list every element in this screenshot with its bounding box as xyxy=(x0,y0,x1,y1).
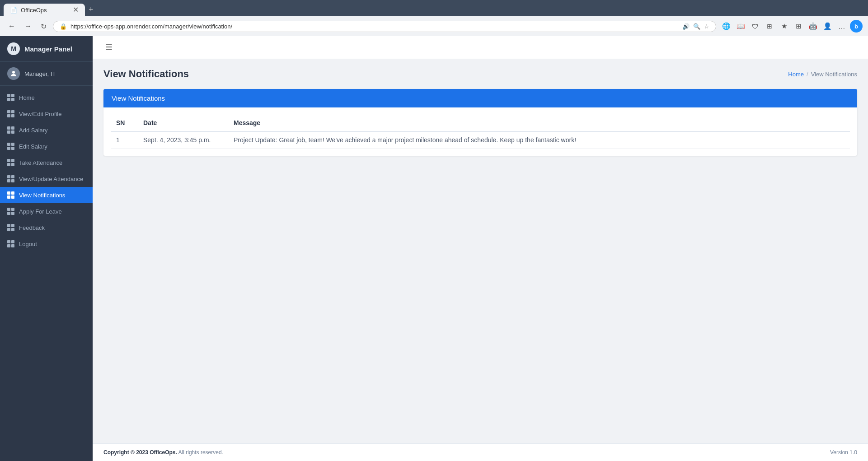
main-content: ☰ View Notifications Home / View Notific… xyxy=(93,36,868,461)
nav-item-label: View Notifications xyxy=(19,192,65,199)
table-row: 1 Sept. 4, 2023, 3:45 p.m. Project Updat… xyxy=(111,131,850,149)
nav-item-label: Apply For Leave xyxy=(19,208,62,215)
lock-icon: 🔒 xyxy=(60,23,67,30)
svg-point-0 xyxy=(12,71,15,74)
nav-item-label: Home xyxy=(19,94,35,101)
grid-icon xyxy=(7,110,14,117)
table-body: 1 Sept. 4, 2023, 3:45 p.m. Project Updat… xyxy=(111,131,850,149)
forward-button[interactable]: → xyxy=(22,20,34,32)
browser-chrome: 📄 OfficeOps ✕ + ← → ↻ 🔒 https://office-o… xyxy=(0,0,868,36)
sidebar-item-view-edit-profile[interactable]: View/Edit Profile xyxy=(0,106,93,122)
notifications-card: View Notifications SN Date Message 1 Sep… xyxy=(103,89,857,156)
col-header-message: Message xyxy=(228,115,850,131)
footer-copyright: Copyright © 2023 OfficeOps. All rights r… xyxy=(103,449,223,456)
edge-icon[interactable]: b xyxy=(850,20,863,33)
shield-icon[interactable]: 🛡 xyxy=(749,20,761,33)
footer-brand: Copyright © 2023 OfficeOps. xyxy=(103,449,177,456)
content-area: View Notifications Home / View Notificat… xyxy=(93,59,868,443)
grid-icon xyxy=(7,126,14,134)
table-wrapper: SN Date Message 1 Sept. 4, 2023, 3:45 p.… xyxy=(103,107,857,156)
active-tab[interactable]: 📄 OfficeOps ✕ xyxy=(4,4,85,16)
grid-icon xyxy=(7,94,14,101)
nav-item-label: View/Update Attendance xyxy=(19,176,83,182)
grid-icon xyxy=(7,224,14,231)
cell-message: Project Update: Great job, team! We've a… xyxy=(228,131,850,149)
favorites-icon[interactable]: ★ xyxy=(778,20,790,33)
sidebar-item-edit-salary[interactable]: Edit Salary xyxy=(0,138,93,154)
favorite-icon[interactable]: ☆ xyxy=(704,23,709,30)
cell-date: Sept. 4, 2023, 3:45 p.m. xyxy=(138,131,228,149)
split-screen-icon[interactable]: ⊞ xyxy=(763,20,776,33)
sidebar-item-add-salary[interactable]: Add Salary xyxy=(0,122,93,138)
address-bar[interactable]: 🔒 https://office-ops-app.onrender.com/ma… xyxy=(53,21,716,32)
sidebar: M Manager Panel Manager, IT Home View/Ed… xyxy=(0,36,93,461)
sidebar-logo: M xyxy=(7,42,20,55)
grid-icon xyxy=(7,240,14,247)
table-head: SN Date Message xyxy=(111,115,850,131)
col-header-sn: SN xyxy=(111,115,138,131)
tab-page-icon: 📄 xyxy=(10,7,17,14)
globe-icon[interactable]: 🌐 xyxy=(720,20,732,33)
sidebar-header: M Manager Panel xyxy=(0,36,93,62)
grid-icon xyxy=(7,143,14,150)
search-icon[interactable]: 🔍 xyxy=(693,23,700,30)
sidebar-item-take-attendance[interactable]: Take Attendance xyxy=(0,154,93,171)
cell-sn: 1 xyxy=(111,131,138,149)
card-header: View Notifications xyxy=(103,89,857,107)
footer-version: Version 1.0 xyxy=(830,449,857,456)
nav-item-label: View/Edit Profile xyxy=(19,111,61,117)
sidebar-item-view-update-attendance[interactable]: View/Update Attendance xyxy=(0,171,93,187)
footer: Copyright © 2023 OfficeOps. All rights r… xyxy=(93,443,868,461)
sidebar-nav: Home View/Edit Profile Add Salary Edit S… xyxy=(0,86,93,461)
col-header-date: Date xyxy=(138,115,228,131)
grid-icon xyxy=(7,208,14,215)
hamburger-button[interactable]: ☰ xyxy=(102,41,116,54)
sidebar-item-feedback[interactable]: Feedback xyxy=(0,219,93,236)
table-header-row: SN Date Message xyxy=(111,115,850,131)
browser-toolbar: ← → ↻ 🔒 https://office-ops-app.onrender.… xyxy=(0,16,868,36)
tab-close-button[interactable]: ✕ xyxy=(73,6,79,14)
tab-title: OfficeOps xyxy=(21,7,47,14)
page-title: View Notifications xyxy=(103,68,189,80)
breadcrumb-separator: / xyxy=(807,71,808,78)
nav-item-label: Logout xyxy=(19,241,37,247)
sidebar-item-apply-for-leave[interactable]: Apply For Leave xyxy=(0,203,93,219)
more-icon[interactable]: … xyxy=(835,20,848,33)
sidebar-title: Manager Panel xyxy=(24,45,72,53)
grid-icon xyxy=(7,159,14,166)
nav-item-label: Take Attendance xyxy=(19,159,62,166)
sidebar-user: Manager, IT xyxy=(0,62,93,86)
breadcrumb-current: View Notifications xyxy=(811,71,857,78)
reload-button[interactable]: ↻ xyxy=(38,20,49,33)
breadcrumb-home-link[interactable]: Home xyxy=(788,71,804,78)
grid-icon xyxy=(7,191,14,199)
collections-icon[interactable]: ⊞ xyxy=(792,20,805,33)
read-aloud-icon[interactable]: 🔊 xyxy=(682,23,690,30)
grid-icon xyxy=(7,175,14,182)
reading-view-icon[interactable]: 📖 xyxy=(734,20,747,33)
toolbar-icons: 🌐 📖 🛡 ⊞ ★ ⊞ 🤖 👤 … b xyxy=(720,20,863,33)
sidebar-user-name: Manager, IT xyxy=(24,70,56,77)
back-button[interactable]: ← xyxy=(5,20,18,32)
sidebar-item-home[interactable]: Home xyxy=(0,89,93,106)
nav-item-label: Add Salary xyxy=(19,127,48,134)
avatar xyxy=(7,67,20,80)
top-bar: ☰ xyxy=(93,36,868,59)
profile-icon[interactable]: 👤 xyxy=(821,20,834,33)
app-container: M Manager Panel Manager, IT Home View/Ed… xyxy=(0,36,868,461)
new-tab-button[interactable]: + xyxy=(85,3,97,16)
sidebar-item-view-notifications[interactable]: View Notifications xyxy=(0,187,93,203)
nav-item-label: Feedback xyxy=(19,224,45,231)
notifications-table: SN Date Message 1 Sept. 4, 2023, 3:45 p.… xyxy=(111,115,850,149)
breadcrumb: Home / View Notifications xyxy=(788,71,857,78)
copilot-icon[interactable]: 🤖 xyxy=(807,20,819,33)
sidebar-item-logout[interactable]: Logout xyxy=(0,236,93,252)
nav-item-label: Edit Salary xyxy=(19,143,47,150)
browser-tabs: 📄 OfficeOps ✕ + xyxy=(0,0,868,16)
footer-rights: All rights reserved. xyxy=(178,449,223,456)
page-header: View Notifications Home / View Notificat… xyxy=(103,68,857,80)
url-display: https://office-ops-app.onrender.com/mana… xyxy=(70,23,679,30)
